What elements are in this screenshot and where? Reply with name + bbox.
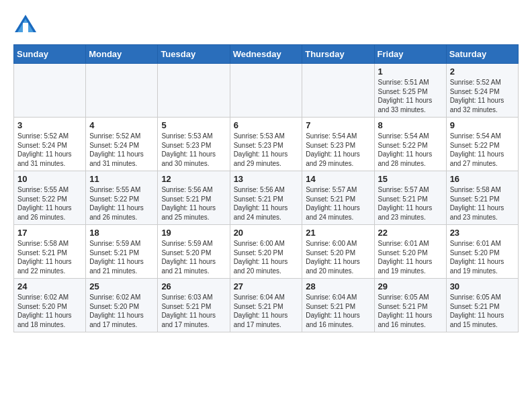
calendar-cell: 18Sunrise: 5:59 AM Sunset: 5:21 PM Dayli… [86, 225, 158, 279]
day-number: 13 [234, 174, 299, 184]
day-info: Sunrise: 5:54 AM Sunset: 5:22 PM Dayligh… [450, 132, 515, 168]
day-info: Sunrise: 5:57 AM Sunset: 5:21 PM Dayligh… [306, 185, 370, 222]
calendar-week-row: 3Sunrise: 5:52 AM Sunset: 5:24 PM Daylig… [14, 118, 519, 171]
day-info: Sunrise: 5:51 AM Sunset: 5:25 PM Dayligh… [378, 78, 443, 114]
day-number: 29 [378, 281, 443, 291]
page: SundayMondayTuesdayWednesdayThursdayFrid… [0, 0, 532, 339]
calendar-cell: 13Sunrise: 5:56 AM Sunset: 5:21 PM Dayli… [230, 171, 302, 225]
calendar-cell: 1Sunrise: 5:51 AM Sunset: 5:25 PM Daylig… [374, 64, 446, 118]
day-info: Sunrise: 5:52 AM Sunset: 5:24 PM Dayligh… [450, 78, 515, 114]
calendar-cell [86, 64, 158, 118]
logo-icon [13, 13, 38, 38]
calendar-cell: 17Sunrise: 5:58 AM Sunset: 5:21 PM Dayli… [14, 225, 86, 279]
day-number: 2 [450, 66, 515, 77]
calendar-cell: 21Sunrise: 6:00 AM Sunset: 5:20 PM Dayli… [302, 225, 374, 279]
calendar-cell: 8Sunrise: 5:54 AM Sunset: 5:22 PM Daylig… [374, 118, 446, 171]
calendar-cell: 15Sunrise: 5:57 AM Sunset: 5:21 PM Dayli… [374, 171, 446, 225]
calendar-week-row: 17Sunrise: 5:58 AM Sunset: 5:21 PM Dayli… [14, 225, 519, 279]
svg-rect-2 [23, 23, 28, 32]
calendar-week-row: 10Sunrise: 5:55 AM Sunset: 5:22 PM Dayli… [14, 171, 519, 225]
day-number: 14 [306, 174, 370, 184]
calendar-cell: 25Sunrise: 6:02 AM Sunset: 5:20 PM Dayli… [86, 279, 158, 332]
day-info: Sunrise: 6:00 AM Sunset: 5:20 PM Dayligh… [234, 239, 299, 275]
calendar-cell: 5Sunrise: 5:53 AM Sunset: 5:23 PM Daylig… [158, 118, 230, 171]
day-info: Sunrise: 6:02 AM Sunset: 5:20 PM Dayligh… [89, 293, 154, 329]
day-of-week-header: Saturday [446, 45, 518, 64]
day-number: 20 [234, 228, 299, 238]
day-number: 26 [161, 281, 226, 291]
calendar-cell: 3Sunrise: 5:52 AM Sunset: 5:24 PM Daylig… [14, 118, 86, 171]
day-number: 30 [450, 281, 515, 291]
day-number: 24 [17, 281, 82, 291]
day-number: 8 [378, 120, 443, 130]
day-number: 12 [161, 174, 226, 184]
day-number: 19 [161, 228, 226, 238]
day-info: Sunrise: 5:55 AM Sunset: 5:22 PM Dayligh… [17, 185, 82, 222]
day-number: 22 [378, 228, 443, 238]
day-number: 11 [89, 174, 154, 184]
day-info: Sunrise: 5:58 AM Sunset: 5:21 PM Dayligh… [17, 239, 82, 275]
day-number: 28 [306, 281, 370, 291]
day-info: Sunrise: 6:02 AM Sunset: 5:20 PM Dayligh… [17, 293, 82, 329]
calendar-cell: 22Sunrise: 6:01 AM Sunset: 5:20 PM Dayli… [374, 225, 446, 279]
day-number: 27 [234, 281, 299, 291]
calendar-cell: 19Sunrise: 5:59 AM Sunset: 5:20 PM Dayli… [158, 225, 230, 279]
day-number: 7 [306, 120, 370, 130]
day-info: Sunrise: 5:59 AM Sunset: 5:20 PM Dayligh… [161, 239, 226, 275]
day-info: Sunrise: 6:04 AM Sunset: 5:21 PM Dayligh… [306, 293, 370, 329]
calendar-cell [14, 64, 86, 118]
day-number: 9 [450, 120, 515, 130]
day-number: 1 [378, 66, 443, 77]
day-info: Sunrise: 5:56 AM Sunset: 5:21 PM Dayligh… [161, 185, 226, 222]
day-info: Sunrise: 5:52 AM Sunset: 5:24 PM Dayligh… [17, 132, 82, 168]
calendar-cell: 20Sunrise: 6:00 AM Sunset: 5:20 PM Dayli… [230, 225, 302, 279]
day-info: Sunrise: 6:01 AM Sunset: 5:20 PM Dayligh… [450, 239, 515, 275]
calendar-cell: 23Sunrise: 6:01 AM Sunset: 5:20 PM Dayli… [446, 225, 518, 279]
calendar-cell [158, 64, 230, 118]
day-info: Sunrise: 5:54 AM Sunset: 5:22 PM Dayligh… [378, 132, 443, 168]
day-info: Sunrise: 5:53 AM Sunset: 5:23 PM Dayligh… [234, 132, 299, 168]
day-info: Sunrise: 6:01 AM Sunset: 5:20 PM Dayligh… [378, 239, 443, 275]
day-info: Sunrise: 6:05 AM Sunset: 5:21 PM Dayligh… [378, 293, 443, 329]
day-info: Sunrise: 5:59 AM Sunset: 5:21 PM Dayligh… [89, 239, 154, 275]
calendar-cell: 6Sunrise: 5:53 AM Sunset: 5:23 PM Daylig… [230, 118, 302, 171]
day-info: Sunrise: 5:54 AM Sunset: 5:23 PM Dayligh… [306, 132, 370, 168]
calendar-week-row: 1Sunrise: 5:51 AM Sunset: 5:25 PM Daylig… [14, 64, 519, 118]
day-info: Sunrise: 6:04 AM Sunset: 5:21 PM Dayligh… [234, 293, 299, 329]
day-info: Sunrise: 6:03 AM Sunset: 5:21 PM Dayligh… [161, 293, 226, 329]
day-number: 4 [89, 120, 154, 130]
day-number: 17 [17, 228, 82, 238]
day-info: Sunrise: 5:53 AM Sunset: 5:23 PM Dayligh… [161, 132, 226, 168]
day-info: Sunrise: 6:00 AM Sunset: 5:20 PM Dayligh… [306, 239, 370, 275]
calendar-cell: 28Sunrise: 6:04 AM Sunset: 5:21 PM Dayli… [302, 279, 374, 332]
day-number: 10 [17, 174, 82, 184]
calendar-cell: 24Sunrise: 6:02 AM Sunset: 5:20 PM Dayli… [14, 279, 86, 332]
day-number: 3 [17, 120, 82, 130]
calendar-cell: 4Sunrise: 5:52 AM Sunset: 5:24 PM Daylig… [86, 118, 158, 171]
calendar-cell: 30Sunrise: 6:05 AM Sunset: 5:21 PM Dayli… [446, 279, 518, 332]
day-of-week-header: Tuesday [158, 45, 230, 64]
day-of-week-header: Monday [86, 45, 158, 64]
day-number: 15 [378, 174, 443, 184]
day-number: 16 [450, 174, 515, 184]
day-number: 18 [89, 228, 154, 238]
calendar-cell: 9Sunrise: 5:54 AM Sunset: 5:22 PM Daylig… [446, 118, 518, 171]
calendar-cell: 29Sunrise: 6:05 AM Sunset: 5:21 PM Dayli… [374, 279, 446, 332]
calendar-cell: 16Sunrise: 5:58 AM Sunset: 5:21 PM Dayli… [446, 171, 518, 225]
calendar-cell: 26Sunrise: 6:03 AM Sunset: 5:21 PM Dayli… [158, 279, 230, 332]
day-info: Sunrise: 5:55 AM Sunset: 5:22 PM Dayligh… [89, 185, 154, 222]
header [13, 13, 519, 38]
day-info: Sunrise: 5:52 AM Sunset: 5:24 PM Dayligh… [89, 132, 154, 168]
calendar-cell [230, 64, 302, 118]
day-info: Sunrise: 6:05 AM Sunset: 5:21 PM Dayligh… [450, 293, 515, 329]
calendar-week-row: 24Sunrise: 6:02 AM Sunset: 5:20 PM Dayli… [14, 279, 519, 332]
day-of-week-header: Thursday [302, 45, 374, 64]
day-number: 23 [450, 228, 515, 238]
day-number: 25 [89, 281, 154, 291]
day-info: Sunrise: 5:57 AM Sunset: 5:21 PM Dayligh… [378, 185, 443, 222]
calendar-cell: 2Sunrise: 5:52 AM Sunset: 5:24 PM Daylig… [446, 64, 518, 118]
logo [13, 13, 40, 38]
calendar-cell: 7Sunrise: 5:54 AM Sunset: 5:23 PM Daylig… [302, 118, 374, 171]
day-info: Sunrise: 5:56 AM Sunset: 5:21 PM Dayligh… [234, 185, 299, 222]
day-of-week-header: Friday [374, 45, 446, 64]
